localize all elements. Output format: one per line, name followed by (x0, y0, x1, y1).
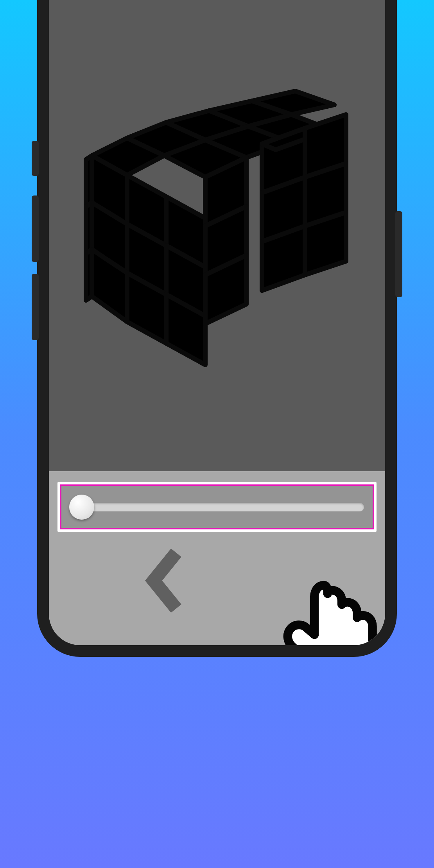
cube-viewport[interactable] (49, 0, 385, 471)
phone-side-button (32, 195, 39, 262)
phone-side-button (32, 274, 39, 340)
phone-screen (49, 0, 385, 645)
sliceB-front-bot (305, 212, 346, 275)
left-0 (86, 156, 92, 206)
move-navigation (57, 547, 377, 614)
phone-frame (37, 0, 397, 657)
speed-slider-thumb[interactable] (69, 495, 94, 520)
previous-move-button[interactable] (143, 547, 186, 614)
left-2 (86, 249, 92, 300)
speed-slider-highlight (57, 482, 377, 532)
phone-side-button (32, 141, 39, 176)
left-1 (86, 203, 92, 253)
phone-side-button (395, 211, 402, 297)
speed-slider[interactable] (82, 503, 364, 511)
control-panel (49, 471, 385, 645)
speed-slider-row (60, 484, 374, 529)
rubiks-cube[interactable] (65, 75, 369, 380)
